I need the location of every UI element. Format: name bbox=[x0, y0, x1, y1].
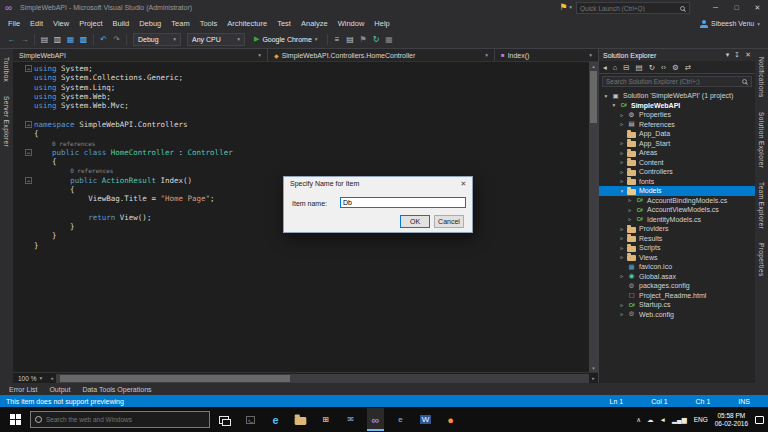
maximize-button[interactable]: □ bbox=[726, 0, 747, 15]
view-code-icon[interactable]: ‹› bbox=[661, 63, 666, 72]
tree-item-simplewebapi[interactable]: ▾C#SimpleWebAPI bbox=[599, 101, 755, 111]
chevron-down-icon[interactable]: ▾ bbox=[602, 93, 610, 99]
chevron-down-icon[interactable]: ▾ bbox=[610, 102, 618, 108]
cancel-button[interactable]: Cancel bbox=[434, 215, 464, 228]
tab-solution-explorer[interactable]: Solution Explorer bbox=[758, 112, 765, 168]
code-line[interactable]: 0 references bbox=[13, 166, 589, 175]
codelens-references[interactable]: 0 references bbox=[52, 140, 95, 147]
tree-item-app-data[interactable]: App_Data bbox=[599, 129, 755, 139]
tree-item-global-asax[interactable]: ▹◉Global.asax bbox=[599, 272, 755, 282]
panel-tab-data-tools-operations[interactable]: Data Tools Operations bbox=[76, 386, 157, 393]
start-button[interactable] bbox=[0, 407, 30, 432]
firefox-icon[interactable]: ● bbox=[442, 408, 459, 431]
scroll-down-icon[interactable]: ▾ bbox=[589, 365, 598, 371]
chevron-right-icon[interactable]: ▹ bbox=[618, 302, 626, 308]
show-all-files-icon[interactable]: ▤ bbox=[636, 63, 643, 72]
window-position-icon[interactable]: ▾ bbox=[726, 51, 730, 59]
vertical-scrollbar[interactable]: ▴ ▾ bbox=[589, 62, 598, 372]
tree-item-solution-simplewebapi-1-project[interactable]: ▾▣Solution 'SimpleWebAPI' (1 project) bbox=[599, 91, 755, 101]
solution-configurations-dropdown[interactable]: Debug▾ bbox=[133, 33, 181, 46]
tray-expand-icon[interactable]: ∧ bbox=[636, 416, 641, 424]
command-prompt-icon[interactable]: ›_ bbox=[242, 408, 259, 431]
navigate-forward-icon[interactable]: → bbox=[18, 35, 31, 44]
save-all-icon[interactable]: ▩ bbox=[77, 35, 90, 44]
home-icon[interactable]: ⌂ bbox=[613, 63, 618, 72]
code-line[interactable]: −using System; bbox=[13, 64, 589, 73]
taskbar-search-input[interactable] bbox=[46, 416, 205, 423]
chevron-right-icon[interactable]: ▹ bbox=[618, 235, 626, 241]
tree-item-web-config[interactable]: ▹⚙Web.config bbox=[599, 310, 755, 320]
chevron-right-icon[interactable]: ▹ bbox=[618, 273, 626, 279]
code-line[interactable]: using System.Web; bbox=[13, 92, 589, 101]
menu-help[interactable]: Help bbox=[369, 19, 394, 28]
solution-explorer-icon[interactable]: ▤ bbox=[344, 35, 357, 44]
save-icon[interactable]: ▦ bbox=[64, 35, 77, 44]
scrollbar-thumb[interactable] bbox=[590, 71, 597, 123]
tree-item-packages-config[interactable]: ⚙packages.config bbox=[599, 281, 755, 291]
chevron-right-icon[interactable]: ▹ bbox=[626, 207, 634, 213]
collapse-all-icon[interactable]: ⊟ bbox=[623, 63, 629, 72]
tab-team-explorer[interactable]: Team Explorer bbox=[758, 182, 765, 229]
code-line[interactable]: } bbox=[13, 241, 589, 250]
chevron-right-icon[interactable]: ▹ bbox=[618, 112, 626, 118]
menu-view[interactable]: View bbox=[48, 19, 74, 28]
menu-test[interactable]: Test bbox=[272, 19, 296, 28]
new-project-icon[interactable]: ▤ bbox=[38, 35, 51, 44]
code-line[interactable]: using System.Linq; bbox=[13, 83, 589, 92]
ie-icon[interactable]: e bbox=[392, 408, 409, 431]
ok-button[interactable]: OK bbox=[400, 215, 430, 228]
code-line[interactable] bbox=[13, 110, 589, 119]
notification-flag-icon[interactable]: ⚑▾ bbox=[559, 2, 572, 12]
tree-item-favicon-ico[interactable]: ▦favicon.ico bbox=[599, 262, 755, 272]
tab-notifications[interactable]: Notifications bbox=[758, 57, 765, 98]
close-icon[interactable]: ✕ bbox=[745, 51, 751, 59]
chevron-right-icon[interactable]: ▹ bbox=[618, 169, 626, 175]
fold-collapse-icon[interactable]: − bbox=[25, 65, 32, 72]
chevron-right-icon[interactable]: ▹ bbox=[618, 140, 626, 146]
volume-icon[interactable]: ◄ bbox=[660, 416, 666, 423]
redo-icon[interactable]: ↷ bbox=[110, 35, 123, 44]
codelens-references[interactable]: 0 references bbox=[70, 167, 113, 174]
chevron-right-icon[interactable]: ▹ bbox=[618, 121, 626, 127]
tree-item-results[interactable]: ▹Results bbox=[599, 234, 755, 244]
tree-item-views[interactable]: ▹Views bbox=[599, 253, 755, 263]
tab-properties[interactable]: Properties bbox=[758, 243, 765, 277]
scroll-up-icon[interactable]: ▴ bbox=[589, 63, 598, 69]
properties-icon[interactable]: ⚙ bbox=[672, 63, 679, 72]
tree-item-accountviewmodels-cs[interactable]: ▹C#AccountViewModels.cs bbox=[599, 205, 755, 215]
chevron-right-icon[interactable]: ▹ bbox=[618, 178, 626, 184]
menu-window[interactable]: Window bbox=[333, 19, 370, 28]
auto-hide-pin-icon[interactable]: ↧ bbox=[734, 51, 740, 59]
menu-build[interactable]: Build bbox=[108, 19, 135, 28]
tree-item-areas[interactable]: ▹Areas bbox=[599, 148, 755, 158]
sync-with-active-document-icon[interactable]: ⇄ bbox=[685, 63, 691, 72]
mail-icon[interactable]: ✉ bbox=[342, 408, 359, 431]
chevron-right-icon[interactable]: ▹ bbox=[618, 245, 626, 251]
menu-file[interactable]: File bbox=[3, 19, 25, 28]
chevron-right-icon[interactable]: ▹ bbox=[626, 197, 634, 203]
tab-toolbox[interactable]: Toolbox bbox=[3, 57, 10, 82]
chevron-right-icon[interactable]: ▹ bbox=[618, 254, 626, 260]
code-line[interactable]: using System.Web.Mvc; bbox=[13, 101, 589, 110]
tree-item-project-readme-html[interactable]: ▢Project_Readme.html bbox=[599, 291, 755, 301]
tree-item-content[interactable]: ▹Content bbox=[599, 158, 755, 168]
menu-architecture[interactable]: Architecture bbox=[222, 19, 272, 28]
back-icon[interactable]: ◂ bbox=[603, 63, 607, 72]
type-dropdown[interactable]: ◆ SimpleWebAPI.Controllers.HomeControlle… bbox=[268, 49, 495, 61]
onedrive-icon[interactable]: ☁ bbox=[647, 416, 654, 424]
scrollbar-thumb[interactable] bbox=[60, 375, 290, 382]
action-center-icon[interactable] bbox=[755, 416, 764, 424]
network-icon[interactable]: ▂▄▆ bbox=[672, 416, 687, 424]
tree-item-controllers[interactable]: ▹Controllers bbox=[599, 167, 755, 177]
team-explorer-icon[interactable]: ⚑ bbox=[357, 35, 370, 44]
fold-collapse-icon[interactable]: − bbox=[25, 177, 32, 184]
tab-server-explorer[interactable]: Server Explorer bbox=[3, 96, 10, 147]
solution-explorer-header[interactable]: Solution Explorer ▾↧✕ bbox=[599, 49, 755, 61]
chevron-right-icon[interactable]: ▹ bbox=[618, 226, 626, 232]
tree-item-references[interactable]: ▹▤References bbox=[599, 120, 755, 130]
zoom-control[interactable]: 100 % ▾ bbox=[13, 375, 47, 382]
quick-launch-input[interactable] bbox=[577, 5, 680, 12]
open-file-icon[interactable]: ▥ bbox=[51, 35, 64, 44]
undo-icon[interactable]: ↶ bbox=[97, 35, 110, 44]
tree-item-app-start[interactable]: ▹App_Start bbox=[599, 139, 755, 149]
